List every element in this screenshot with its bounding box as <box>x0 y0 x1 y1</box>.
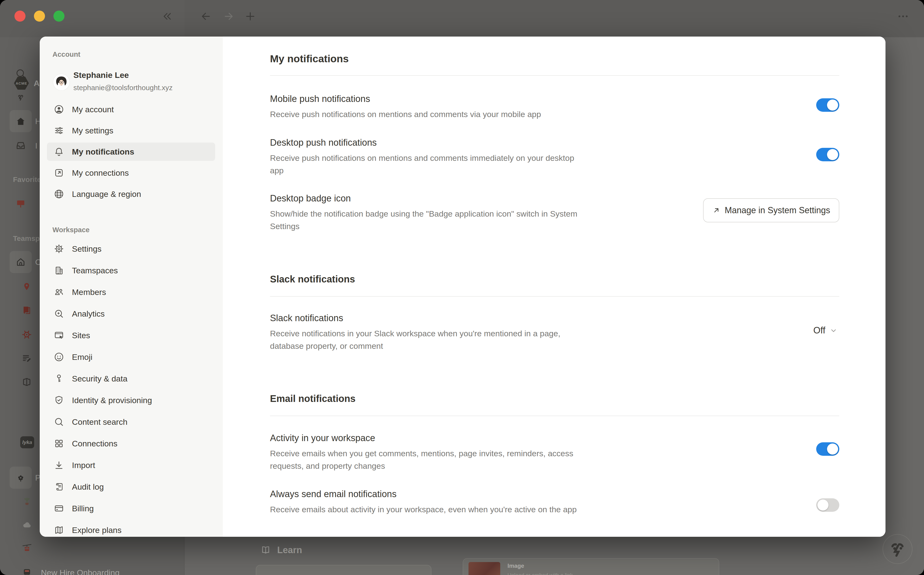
credit-card-icon <box>54 503 64 514</box>
settings-dialog: Account Stephanie Lee stephanie@toolsfor… <box>40 37 886 537</box>
zoom-window-button[interactable] <box>53 11 64 22</box>
card-subtitle: Upload or embed with a link <box>508 572 573 575</box>
lyka-logo: lyka <box>20 436 34 448</box>
app-window: ACME A H I Favorites Teamspaces C lyka P… <box>0 0 924 575</box>
download-icon <box>54 460 64 470</box>
setting-description: Receive push notifications on mentions a… <box>270 152 583 177</box>
slack-notifications-select[interactable]: Off <box>813 325 837 335</box>
page-title: My notifications <box>270 51 349 66</box>
settings-content: My notifications Mobile push notificatio… <box>223 37 886 537</box>
memo-pencil-icon <box>21 353 32 364</box>
people-icon <box>54 287 64 297</box>
sidebar-item-my-connections[interactable]: My connections <box>40 162 223 183</box>
forward-icon[interactable] <box>223 11 234 22</box>
gear-icon <box>54 243 64 254</box>
potted-plant-icon <box>21 496 32 507</box>
sidebar-item-label: My settings <box>72 126 113 135</box>
sidebar-item-teamspaces[interactable]: Teamspaces <box>40 260 223 281</box>
ai-help-button[interactable] <box>883 534 913 564</box>
key-icon <box>54 373 64 384</box>
account-menu: My account My settings My notifications … <box>40 99 223 205</box>
sidebar-item-label: Security & data <box>72 374 127 383</box>
learn-card <box>256 565 432 575</box>
person-circle-icon <box>54 104 64 115</box>
setting-row-desktop-badge: Desktop badge icon Show/hide the notific… <box>270 192 839 232</box>
more-options-icon[interactable] <box>897 10 909 22</box>
slack-section-heading: Slack notifications <box>270 272 355 286</box>
sidebar-item-label: Identity & provisioning <box>72 396 152 405</box>
account-section-label: Account <box>53 51 80 59</box>
sidebar-item-members[interactable]: Members <box>40 281 223 303</box>
scroll-icon <box>54 481 64 492</box>
grid-icon <box>54 438 64 449</box>
sidebar-item-language-region[interactable]: Language & region <box>40 183 223 205</box>
sidebar-item-settings[interactable]: Settings <box>40 238 223 260</box>
arrow-up-right-icon <box>712 206 720 214</box>
activity-emails-toggle[interactable] <box>816 442 839 456</box>
sidebar-item-explore-plans[interactable]: Explore plans <box>40 519 223 537</box>
smiley-icon <box>54 352 64 362</box>
setting-description: Receive emails when you get comments, me… <box>270 447 588 472</box>
minimize-window-button[interactable] <box>34 11 45 22</box>
sidebar-item-content-search[interactable]: Content search <box>40 411 223 433</box>
train-icon <box>21 567 33 575</box>
home-outline-icon <box>15 257 26 267</box>
sidebar-item-label: Language & region <box>72 189 141 199</box>
setting-description: Receive emails about activity in your wo… <box>270 503 583 516</box>
sidebar-item-billing[interactable]: Billing <box>40 497 223 519</box>
open-book-icon <box>260 545 271 555</box>
map-pin-icon <box>21 281 32 292</box>
magnifier-sparkle-icon <box>54 308 64 319</box>
sidebar-item-label: My notifications <box>72 147 134 157</box>
sidebar-item-my-notifications[interactable]: My notifications <box>40 141 223 162</box>
map-icon <box>54 525 64 535</box>
sidebar-item-my-settings[interactable]: My settings <box>40 120 223 141</box>
sidebar-item-label: Content search <box>72 417 127 427</box>
building-icon <box>54 265 64 276</box>
sidebar-item-connections[interactable]: Connections <box>40 433 223 454</box>
sidebar-item-emoji[interactable]: Emoji <box>40 346 223 368</box>
setting-description: Receive notifications in your Slack work… <box>270 327 583 352</box>
email-section-heading: Email notifications <box>270 392 356 405</box>
back-icon[interactable] <box>200 11 212 22</box>
setting-row-mobile-push: Mobile push notifications Receive push n… <box>270 92 839 121</box>
bell-icon <box>54 146 64 157</box>
new-tab-icon[interactable] <box>244 11 256 22</box>
globe-icon <box>54 189 64 199</box>
sidebar-item-label: Audit log <box>72 482 104 492</box>
sidebar-item-import[interactable]: Import <box>40 454 223 476</box>
sidebar-item-my-account[interactable]: My account <box>40 99 223 120</box>
home-icon <box>15 116 26 127</box>
sidebar-item-label: Teamspaces <box>72 266 118 275</box>
always-send-emails-toggle[interactable] <box>816 498 839 512</box>
sidebar-item-audit-log[interactable]: Audit log <box>40 476 223 497</box>
desktop-push-toggle[interactable] <box>816 148 839 161</box>
manage-system-settings-button[interactable]: Manage in System Settings <box>703 198 839 222</box>
sidebar-item-analytics[interactable]: Analytics <box>40 303 223 324</box>
setting-label: Slack notifications <box>270 312 839 324</box>
sidebar-item-label: Connections <box>72 439 118 448</box>
red-book-icon <box>21 305 32 316</box>
setting-row-desktop-push: Desktop push notifications Receive push … <box>270 136 839 177</box>
card-thumbnail <box>468 562 500 575</box>
sidebar-item-identity-provisioning[interactable]: Identity & provisioning <box>40 389 223 411</box>
inbox-icon <box>15 140 27 151</box>
learn-section: Learn <box>260 545 302 555</box>
learn-label: Learn <box>277 545 302 555</box>
sidebar-item-security-data[interactable]: Security & data <box>40 368 223 389</box>
collapse-sidebar-icon[interactable] <box>161 11 173 22</box>
sidebar-item-label: Members <box>72 288 106 297</box>
close-window-button[interactable] <box>14 11 25 22</box>
sidebar-item-label: Import <box>72 461 95 470</box>
placard-icon <box>15 198 27 210</box>
cloud-icon <box>21 519 33 531</box>
flower-icon <box>15 472 27 483</box>
learn-card-image: Image Upload or embed with a link <box>463 558 719 575</box>
window-titlebar <box>0 0 924 37</box>
sidebar-item-label: Emoji <box>72 353 92 362</box>
sidebar-item-sites[interactable]: Sites <box>40 324 223 346</box>
book-compare-icon <box>21 376 32 388</box>
cable-car-icon <box>21 543 33 554</box>
mobile-push-toggle[interactable] <box>816 98 839 112</box>
ai-face-icon <box>14 91 27 103</box>
